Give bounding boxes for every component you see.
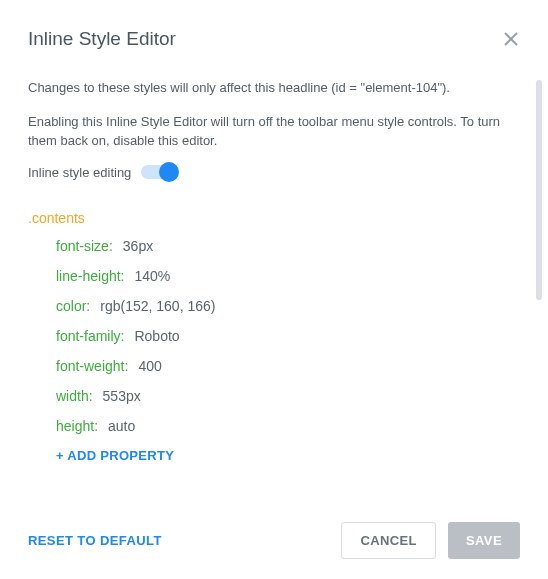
dialog-footer: RESET TO DEFAULT CANCEL SAVE — [28, 522, 520, 559]
dialog-body: Changes to these styles will only affect… — [28, 78, 520, 463]
property-name: line-height — [56, 268, 125, 284]
reset-to-default-button[interactable]: RESET TO DEFAULT — [28, 533, 162, 548]
add-property-button[interactable]: + ADD PROPERTY — [56, 448, 520, 463]
save-button[interactable]: SAVE — [448, 522, 520, 559]
inline-style-toggle[interactable] — [141, 165, 177, 179]
inline-style-toggle-row: Inline style editing — [28, 165, 520, 180]
property-row[interactable]: font-weight 400 — [56, 358, 520, 374]
property-value: auto — [108, 418, 135, 434]
button-group: CANCEL SAVE — [341, 522, 520, 559]
inline-style-toggle-label: Inline style editing — [28, 165, 131, 180]
dialog-header: Inline Style Editor — [28, 28, 520, 50]
css-selector[interactable]: .contents — [28, 210, 520, 226]
property-row[interactable]: width 553px — [56, 388, 520, 404]
property-row[interactable]: height auto — [56, 418, 520, 434]
property-value: 400 — [138, 358, 161, 374]
close-icon — [504, 32, 518, 46]
close-button[interactable] — [502, 30, 520, 48]
toggle-knob — [159, 162, 179, 182]
property-row[interactable]: font-family Roboto — [56, 328, 520, 344]
property-name: height — [56, 418, 98, 434]
dialog-title: Inline Style Editor — [28, 28, 176, 50]
cancel-button[interactable]: CANCEL — [341, 522, 436, 559]
property-name: font-weight — [56, 358, 128, 374]
property-name: font-size — [56, 238, 113, 254]
description-2: Enabling this Inline Style Editor will t… — [28, 112, 520, 151]
scrollbar[interactable] — [536, 80, 542, 300]
property-value: 140% — [135, 268, 171, 284]
property-row[interactable]: color rgb(152, 160, 166) — [56, 298, 520, 314]
property-name: color — [56, 298, 90, 314]
property-row[interactable]: font-size 36px — [56, 238, 520, 254]
property-row[interactable]: line-height 140% — [56, 268, 520, 284]
property-value: 36px — [123, 238, 153, 254]
property-value: 553px — [103, 388, 141, 404]
property-value: rgb(152, 160, 166) — [100, 298, 215, 314]
property-value: Roboto — [134, 328, 179, 344]
property-name: width — [56, 388, 93, 404]
property-name: font-family — [56, 328, 124, 344]
description-1: Changes to these styles will only affect… — [28, 78, 520, 98]
property-list: font-size 36px line-height 140% color rg… — [28, 238, 520, 463]
